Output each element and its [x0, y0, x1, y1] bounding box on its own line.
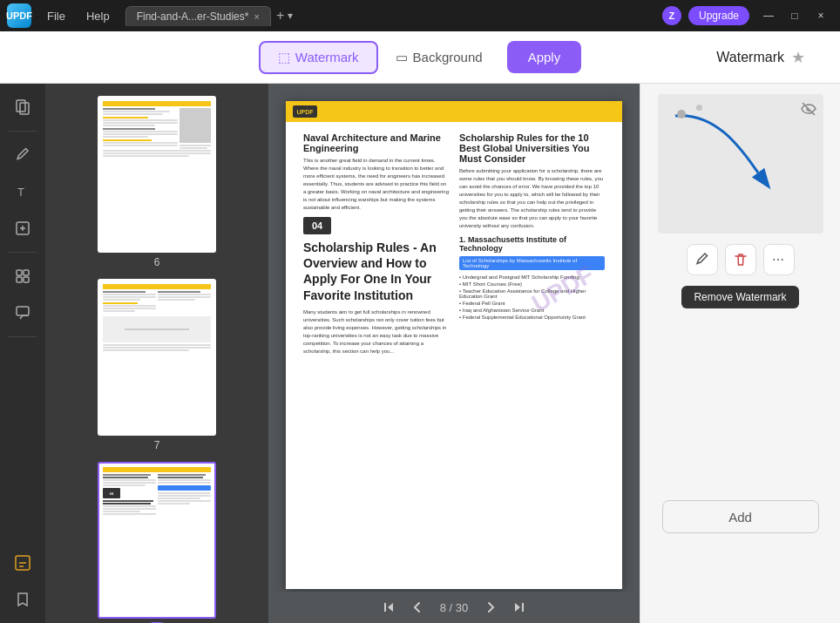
pdf-bullets: • Undergrad and Postgrad MIT Scholarship… [459, 274, 605, 321]
pdf-logo: UPDF [293, 105, 317, 118]
pdf-bullet-item: • MIT Short Courses (Free) [459, 281, 605, 288]
total-pages: 30 [456, 601, 468, 614]
pdf-navigation: 8 / 30 [268, 592, 640, 623]
pdf-bullet-item: • Iraq and Afghanistan Service Grant [459, 307, 605, 314]
thumb-number-6: 6 [154, 256, 160, 268]
sidebar-icon-comment[interactable] [6, 296, 39, 329]
thumbnail-page-6[interactable]: 6 [45, 91, 268, 274]
svg-rect-7 [24, 277, 29, 282]
titlebar-right: Z Upgrade — □ × [662, 3, 833, 28]
blue-tag: List of Scholarships by Massachusetts In… [459, 256, 605, 270]
first-page-btn[interactable] [377, 595, 402, 620]
big-body: Many students aim to get full scholarshi… [303, 308, 449, 356]
edit-watermark-btn[interactable] [687, 244, 718, 275]
section2-title: Scholarship Rules for the 10 Best Global… [459, 132, 605, 164]
app-logo: UPDF [7, 3, 31, 28]
svg-rect-6 [17, 277, 22, 282]
next-page-btn[interactable] [478, 595, 503, 620]
pdf-page: UPDF Naval Architecture and Marine Engin… [286, 101, 622, 589]
pdf-viewer: UPDF Naval Architecture and Marine Engin… [268, 84, 640, 623]
restore-btn[interactable]: □ [782, 3, 807, 28]
prev-page-btn[interactable] [405, 595, 430, 620]
active-tab[interactable]: Find-and-A...er-Studies* × [125, 6, 271, 26]
svg-rect-1 [20, 103, 29, 114]
watermark-btn-label: Watermark [295, 50, 359, 64]
pdf-bullet-item: • Teacher Education Assistance for Colle… [459, 288, 605, 300]
sidebar-divider-3 [9, 336, 37, 337]
toolbar: ⬚ Watermark ▭ Background Apply Watermark… [0, 31, 840, 84]
page-indicator: 8 / 30 [433, 601, 476, 614]
watermark-actions: ⋯ [687, 244, 795, 275]
thumb-img-7 [98, 279, 216, 436]
sidebar-icon-forms[interactable] [6, 546, 39, 579]
tab-close-btn[interactable]: × [254, 11, 259, 22]
close-btn[interactable]: × [809, 3, 833, 28]
svg-text:T: T [17, 186, 24, 199]
pdf-left-col: Naval Architecture and Marine Engineerin… [303, 132, 449, 361]
minimize-btn[interactable]: — [756, 3, 781, 28]
sidebar-icon-pages[interactable] [6, 91, 39, 124]
sidebar-icon-annotate[interactable] [6, 212, 39, 245]
current-page: 8 [440, 601, 446, 614]
pdf-bullet-item: • Federal Pell Grant [459, 300, 605, 307]
number-box: 04 [303, 217, 331, 234]
new-tab-btn[interactable]: + [276, 8, 284, 24]
pdf-bullet-item: • Undergrad and Postgrad MIT Scholarship… [459, 274, 605, 281]
upgrade-button[interactable]: Upgrade [688, 6, 749, 25]
sidebar-icon-bookmark[interactable] [6, 583, 39, 616]
page-sep: / [450, 601, 456, 614]
add-button[interactable]: Add [662, 500, 819, 533]
tab-dropdown-btn[interactable]: ▾ [288, 10, 293, 22]
panel-title-area: Watermark ★ [716, 48, 805, 67]
svg-rect-8 [17, 307, 29, 315]
section1-title: Naval Architecture and Marine Engineerin… [303, 132, 449, 153]
panel-title-text: Watermark [716, 50, 784, 65]
big-title: Scholarship Rules - An Overview and How … [303, 240, 449, 303]
thumbnail-panel: 6 [45, 84, 268, 623]
section2-body: Before submitting your application for a… [459, 167, 605, 230]
section1-body: This is another great field in demand in… [303, 157, 449, 212]
sidebar-divider-2 [9, 252, 37, 253]
remove-watermark-btn[interactable] [725, 244, 756, 275]
menu-file[interactable]: File [38, 6, 74, 26]
right-panel: ⋯ Remove Watermark Add [640, 84, 840, 623]
thumb-number-7: 7 [154, 439, 160, 451]
watermark-preview-area [658, 94, 823, 234]
thumb-img-8: 04 [98, 462, 216, 619]
star-icon[interactable]: ★ [791, 48, 805, 67]
watermark-icon: ⬚ [278, 50, 290, 65]
svg-rect-5 [24, 270, 29, 275]
pdf-bullet-item: • Federal Supplemental Educational Oppor… [459, 314, 605, 321]
menu-bar: File Help [38, 6, 119, 26]
window-controls: — □ × [756, 3, 833, 28]
tab-title: Find-and-A...er-Studies* [137, 10, 249, 23]
main-area: T [0, 84, 840, 623]
apply-button[interactable]: Apply [507, 41, 582, 73]
sidebar-icon-edit[interactable] [6, 139, 39, 172]
thumbnail-page-8[interactable]: 04 [45, 457, 268, 623]
last-page-btn[interactable] [506, 595, 531, 620]
pdf-content-area: UPDF Naval Architecture and Marine Engin… [268, 84, 640, 592]
pdf-right-col: Scholarship Rules for the 10 Best Global… [459, 132, 605, 361]
menu-help[interactable]: Help [78, 6, 119, 26]
sidebar-icons: T [0, 84, 45, 623]
background-icon: ▭ [396, 50, 408, 65]
watermark-tab-btn[interactable]: ⬚ Watermark [259, 41, 378, 74]
user-avatar: Z [662, 6, 681, 25]
svg-rect-0 [17, 100, 25, 112]
pdf-top-bar: UPDF [286, 101, 622, 122]
pdf-columns: Naval Architecture and Marine Engineerin… [303, 132, 605, 361]
eye-off-icon[interactable] [801, 101, 816, 120]
svg-rect-4 [17, 270, 22, 275]
background-btn-label: Background [413, 50, 483, 64]
sidebar-icon-organize[interactable] [6, 260, 39, 293]
background-tab-btn[interactable]: ▭ Background [378, 43, 500, 72]
tab-area: Find-and-A...er-Studies* × + ▾ [125, 6, 655, 26]
sub-title: 1. Massachusetts Institute of Technology [459, 235, 605, 253]
thumb-img-6 [98, 96, 216, 253]
thumbnail-page-7[interactable]: 7 [45, 274, 268, 457]
remove-watermark-tooltip: Remove Watermark [681, 286, 798, 308]
titlebar: UPDF File Help Find-and-A...er-Studies* … [0, 0, 840, 31]
sidebar-icon-text[interactable]: T [6, 175, 39, 208]
more-options-btn[interactable]: ⋯ [763, 244, 795, 275]
